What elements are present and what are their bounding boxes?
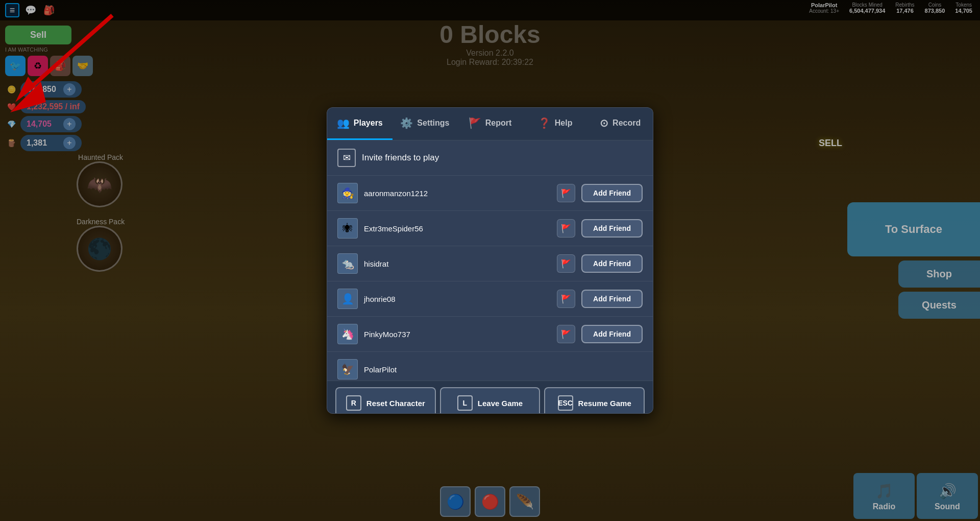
- flag-button-0[interactable]: 🚩: [557, 184, 575, 202]
- leave-game-button[interactable]: L Leave Game: [440, 387, 541, 414]
- player-avatar-1: 🕷: [337, 218, 358, 239]
- add-friend-button-3[interactable]: Add Friend: [581, 290, 643, 308]
- resume-game-button[interactable]: ESC Resume Game: [544, 387, 645, 414]
- player-row-0: 🧙 aaronmanzon1212 🚩 Add Friend: [327, 176, 653, 211]
- tab-help[interactable]: ❓ Help: [523, 108, 588, 140]
- tab-settings[interactable]: ⚙️ Settings: [393, 108, 458, 140]
- record-tab-label: Record: [612, 119, 641, 128]
- modal-overlay: 👥 Players ⚙️ Settings 🚩 Report ❓ Help ⊙ …: [0, 0, 980, 521]
- player-name-4: PinkyMoo737: [364, 330, 551, 339]
- player-avatar-5: 🦅: [337, 359, 358, 380]
- player-avatar-2: 🐀: [337, 253, 358, 274]
- leave-key-label: L: [457, 395, 473, 411]
- player-avatar-0: 🧙: [337, 183, 358, 203]
- flag-button-4[interactable]: 🚩: [557, 325, 575, 343]
- help-tab-label: Help: [555, 119, 573, 128]
- report-tab-icon: 🚩: [469, 117, 481, 129]
- player-row-4: 🦄 PinkyMoo737 🚩 Add Friend: [327, 317, 653, 352]
- modal-content: ✉ Invite friends to play 🧙 aaronmanzon12…: [327, 140, 653, 381]
- invite-text: Invite friends to play: [362, 153, 439, 163]
- resume-label: Resume Game: [578, 399, 631, 408]
- tab-record[interactable]: ⊙ Record: [587, 108, 653, 140]
- tab-players[interactable]: 👥 Players: [327, 108, 393, 140]
- player-name-5: PolarPilot: [364, 365, 643, 374]
- reset-label: Reset Character: [366, 399, 425, 408]
- add-friend-button-4[interactable]: Add Friend: [581, 325, 643, 343]
- add-friend-button-0[interactable]: Add Friend: [581, 184, 643, 202]
- reset-key-label: R: [346, 395, 361, 411]
- player-row-2: 🐀 hisidrat 🚩 Add Friend: [327, 246, 653, 281]
- players-tab-label: Players: [354, 119, 383, 128]
- player-avatar-4: 🦄: [337, 324, 358, 344]
- flag-button-3[interactable]: 🚩: [557, 290, 575, 308]
- player-row-1: 🕷 Extr3meSpider56 🚩 Add Friend: [327, 211, 653, 246]
- player-name-2: hisidrat: [364, 259, 551, 268]
- player-avatar-3: 👤: [337, 289, 358, 309]
- player-name-0: aaronmanzon1212: [364, 189, 551, 198]
- modal-footer: R Reset Character L Leave Game ESC Resum…: [327, 381, 653, 414]
- players-tab-icon: 👥: [337, 117, 350, 129]
- modal-tabs: 👥 Players ⚙️ Settings 🚩 Report ❓ Help ⊙ …: [327, 108, 653, 140]
- settings-tab-icon: ⚙️: [400, 117, 413, 129]
- settings-tab-label: Settings: [417, 119, 449, 128]
- player-name-3: jhonrie08: [364, 295, 551, 303]
- invite-row[interactable]: ✉ Invite friends to play: [327, 140, 653, 176]
- leave-label: Leave Game: [478, 399, 523, 408]
- players-modal: 👥 Players ⚙️ Settings 🚩 Report ❓ Help ⊙ …: [327, 107, 653, 414]
- record-tab-icon: ⊙: [600, 117, 608, 129]
- report-tab-label: Report: [485, 119, 512, 128]
- help-tab-icon: ❓: [538, 117, 551, 129]
- flag-button-1[interactable]: 🚩: [557, 219, 575, 238]
- flag-button-2[interactable]: 🚩: [557, 254, 575, 273]
- envelope-icon: ✉: [343, 152, 351, 163]
- player-name-1: Extr3meSpider56: [364, 224, 551, 233]
- resume-key-label: ESC: [558, 395, 573, 411]
- player-row-3: 👤 jhonrie08 🚩 Add Friend: [327, 281, 653, 317]
- add-friend-button-2[interactable]: Add Friend: [581, 254, 643, 273]
- invite-icon: ✉: [337, 149, 356, 167]
- tab-report[interactable]: 🚩 Report: [457, 108, 523, 140]
- add-friend-button-1[interactable]: Add Friend: [581, 219, 643, 238]
- reset-character-button[interactable]: R Reset Character: [335, 387, 436, 414]
- player-row-5: 🦅 PolarPilot: [327, 352, 653, 381]
